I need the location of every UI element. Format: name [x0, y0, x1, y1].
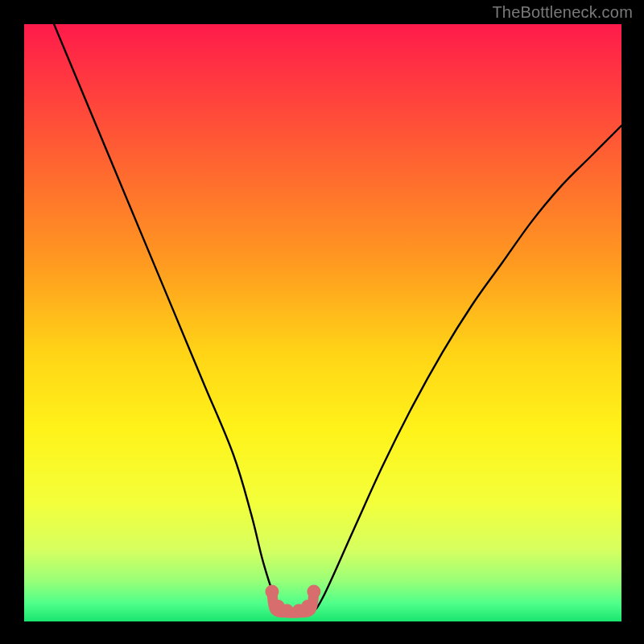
optimal-dot — [265, 584, 279, 598]
gradient-background — [24, 24, 621, 621]
watermark-label: TheBottleneck.com — [492, 3, 633, 22]
optimal-dot — [307, 584, 320, 598]
chart-svg — [24, 24, 621, 621]
optimal-dot — [301, 600, 315, 613]
optimal-dot — [280, 604, 294, 617]
chart-frame: TheBottleneck.com — [0, 0, 644, 644]
plot-area — [24, 24, 621, 621]
